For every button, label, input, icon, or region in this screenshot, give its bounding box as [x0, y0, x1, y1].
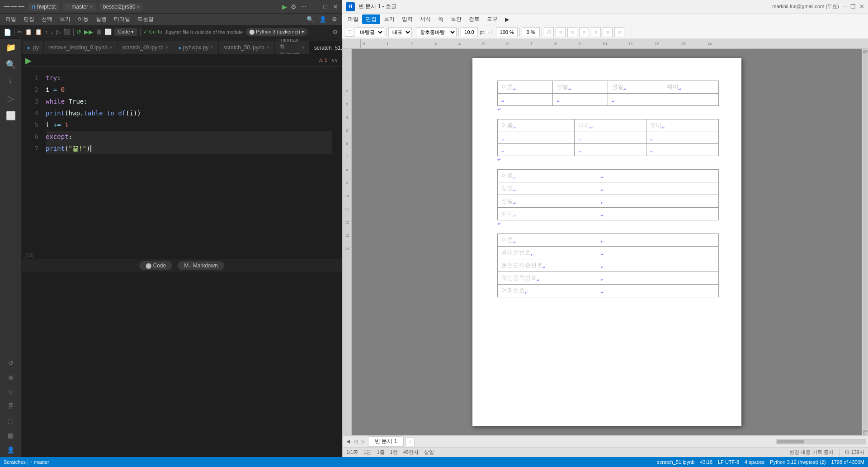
hwp-font-style-select[interactable]: 바탕글	[356, 27, 384, 37]
more-icon[interactable]: ⬜	[104, 29, 112, 35]
tab-py[interactable]: ● .py	[23, 41, 44, 54]
hwp-doc-tab-1[interactable]: 빈 문서 1	[368, 436, 404, 447]
hwp-doc-area[interactable]: 이름↵ 성별↵ 생일↵ 취미↵ ↵ ↵ ↵	[352, 49, 862, 435]
markdown-type-btn[interactable]: M↓ Markdown	[178, 261, 224, 270]
vscode-account-icon[interactable]: 👤	[316, 16, 329, 23]
go-to-btn[interactable]: ✓ Go To	[143, 29, 162, 35]
vscode-menu-go[interactable]: 이동	[74, 14, 92, 24]
explorer-icon[interactable]: 📁	[6, 43, 16, 52]
hwp-page-scroll-left[interactable]: ◁	[352, 438, 359, 444]
hwp-align-right-btn[interactable]: ≡	[579, 27, 589, 37]
scratches-label[interactable]: Scratches	[4, 459, 26, 465]
hwp-h-scrollbar[interactable]	[776, 439, 866, 444]
table1-row1-c2[interactable]: ↵	[552, 94, 608, 106]
table2-header-name[interactable]: 이름↵	[497, 119, 574, 132]
hwp-fontsize-up[interactable]: ▲	[486, 30, 492, 34]
editor-scrollbar[interactable]	[335, 67, 342, 252]
wifi-icon[interactable]: ⊕	[8, 374, 14, 381]
table2-header-age[interactable]: 나이↵	[574, 119, 646, 132]
hwp-style-select[interactable]: 대표	[388, 27, 412, 37]
hwp-menu-page[interactable]: 쪽	[434, 14, 447, 24]
hwp-fontname-select[interactable]: 함초롬바탕	[416, 27, 457, 37]
hwp-fontsize-input[interactable]	[461, 27, 478, 37]
status-indent[interactable]: 4 spaces	[745, 459, 764, 465]
hwp-ruler-toggle[interactable]: ☰	[345, 28, 354, 37]
table2-header-hobby[interactable]: 취미↵	[646, 119, 718, 132]
vscode-menu-file[interactable]: 파일	[2, 14, 20, 24]
table1-header-birthday[interactable]: 생일↵	[608, 81, 663, 94]
hwp-more-format-btn[interactable]: ≡	[614, 27, 624, 37]
columns-icon[interactable]: ▦	[8, 432, 14, 439]
hwp-menu-more[interactable]: ▶	[501, 15, 513, 24]
hwp-bold-btn[interactable]: 가	[544, 27, 554, 37]
terminal-activity-icon[interactable]: ⬚	[8, 417, 14, 424]
vscode-branch-tag[interactable]: ⑂ master ▾	[63, 3, 96, 11]
table3-birthday-val[interactable]: ↵	[597, 195, 718, 207]
vscode-settings-panel-icon[interactable]: ⚙	[332, 29, 338, 36]
hwp-spacing-input[interactable]	[522, 27, 540, 37]
status-encoding[interactable]: LF UTF-8	[718, 459, 739, 465]
table3-birthday[interactable]: 생일↵	[497, 195, 597, 207]
cell-expand-btn[interactable]: ∧	[331, 57, 335, 63]
table4-name-val[interactable]: ↵	[597, 234, 718, 246]
clear-icon[interactable]: 🗑	[96, 29, 102, 35]
source-control-icon[interactable]: ⑂	[8, 77, 13, 86]
hwp-table-2[interactable]: 이름↵ 나이↵ 취미↵ ↵ ↵ ↵ ↵	[497, 119, 719, 156]
hwp-page-scroll-right[interactable]: ▷	[359, 438, 366, 444]
tab-scratch-49[interactable]: scratch_49.ipynb ✕	[118, 41, 174, 54]
hwp-zoom-input[interactable]	[496, 27, 518, 37]
tab-scratch-50[interactable]: scratch_50.ipynb ✕	[219, 41, 275, 54]
table4-phone-val[interactable]: ↵	[597, 246, 718, 259]
table1-row1-c1[interactable]: ↵	[497, 94, 552, 106]
minimize-button[interactable]: ─	[314, 3, 318, 10]
cell-collapse-btn[interactable]: ∨	[335, 57, 338, 63]
table4-license[interactable]: 운전면허증번호↵	[497, 259, 597, 272]
maximize-button[interactable]: □	[324, 3, 327, 10]
run-cell-icon[interactable]: ▷	[56, 29, 61, 35]
table3-gender[interactable]: 성별↵	[497, 182, 597, 195]
table4-phone[interactable]: 휴대폰번호↵	[497, 246, 597, 259]
hwp-menu-file[interactable]: 파일	[344, 14, 362, 24]
table2-row2-c1[interactable]: ↵	[497, 144, 574, 156]
vscode-search-icon[interactable]: 🔍	[304, 16, 316, 23]
table2-row1-c3[interactable]: ↵	[646, 132, 718, 144]
hwp-add-page-btn[interactable]: +	[406, 437, 415, 446]
hwp-table-4[interactable]: 이름↵ ↵ 휴대폰번호↵ ↵ 운전면허증번호↵ ↵	[497, 234, 719, 297]
status-python[interactable]: Python 3.12 (hwptest) (2)	[770, 459, 826, 465]
extensions-icon[interactable]: ⬜	[6, 111, 16, 121]
status-line-info[interactable]: 1798 of 4300M	[831, 459, 864, 465]
vscode-menu-icon[interactable]	[4, 6, 24, 8]
table1-row1-c3[interactable]: ↵	[608, 94, 663, 106]
close-button[interactable]: ✕	[333, 3, 338, 10]
hwp-menu-view[interactable]: 보기	[380, 14, 398, 24]
tab-scratch-51[interactable]: scratch_51.ipynb ✕	[310, 41, 342, 54]
hwp-menu-tools[interactable]: 도구	[483, 14, 501, 24]
vscode-menu-select[interactable]: 선택	[38, 14, 56, 24]
move-down-icon[interactable]: ↓	[51, 29, 54, 35]
code-dropdown[interactable]: Code ▾	[114, 28, 137, 36]
table2-row1-c2[interactable]: ↵	[574, 132, 646, 144]
table4-resident[interactable]: 주민등록번호↵	[497, 272, 597, 284]
table1-header-hobby[interactable]: 취미↵	[663, 81, 718, 94]
hwp-menu-security[interactable]: 보안	[447, 14, 465, 24]
hwp-minimize-button[interactable]: ─	[843, 3, 847, 10]
vscode-file-tag[interactable]: bessel2grs80 ▾	[99, 3, 143, 11]
hwp-close-button[interactable]: ✕	[859, 3, 864, 10]
table1-header-name[interactable]: 이름↵	[497, 81, 552, 94]
table3-hobby[interactable]: 취미↵	[497, 207, 597, 220]
hwp-align-left-btn[interactable]: ≡	[556, 27, 566, 37]
table4-passport-val[interactable]: ↵	[597, 284, 718, 297]
hwp-menu-review[interactable]: 검토	[465, 14, 483, 24]
code-editor[interactable]: try: i = 0 while True: print(hwp.table_t…	[42, 67, 335, 252]
vscode-menu-run[interactable]: 실행	[92, 14, 110, 24]
table3-gender-val[interactable]: ↵	[597, 182, 718, 195]
vscode-menu-edit[interactable]: 편집	[20, 14, 38, 24]
table2-row1-c1[interactable]: ↵	[497, 132, 574, 144]
table4-resident-val[interactable]: ↵	[597, 272, 718, 284]
table1-header-gender[interactable]: 성별↵	[552, 81, 608, 94]
code-type-btn[interactable]: ⬤ Code	[139, 261, 172, 270]
table2-row2-c2[interactable]: ↵	[574, 144, 646, 156]
hwp-menu-format[interactable]: 서식	[416, 14, 434, 24]
table3-name[interactable]: 이름↵	[497, 169, 597, 182]
restart-icon[interactable]: ↺	[76, 29, 81, 35]
